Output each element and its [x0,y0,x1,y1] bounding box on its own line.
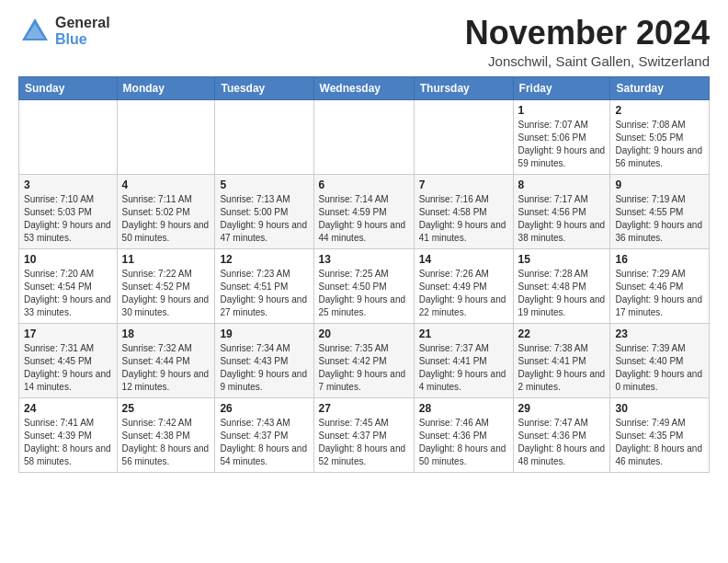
table-row: 29Sunrise: 7:47 AMSunset: 4:36 PMDayligh… [513,397,610,472]
header: General Blue November 2024 Jonschwil, Sa… [18,15,710,69]
day-info: Sunrise: 7:22 AMSunset: 4:52 PMDaylight:… [122,268,210,319]
calendar-week-row: 10Sunrise: 7:20 AMSunset: 4:54 PMDayligh… [19,248,710,323]
table-row: 30Sunrise: 7:49 AMSunset: 4:35 PMDayligh… [610,397,710,472]
table-row: 1Sunrise: 7:07 AMSunset: 5:06 PMDaylight… [513,99,610,174]
header-monday: Monday [117,76,215,99]
day-number: 2 [615,104,704,117]
day-info: Sunrise: 7:07 AMSunset: 5:06 PMDaylight:… [518,119,606,170]
day-number: 7 [419,178,508,191]
calendar-header-row: Sunday Monday Tuesday Wednesday Thursday… [19,76,710,99]
day-number: 30 [615,402,704,415]
day-number: 10 [24,253,112,266]
table-row: 27Sunrise: 7:45 AMSunset: 4:37 PMDayligh… [313,397,414,472]
header-wednesday: Wednesday [313,76,414,99]
logo-icon [18,15,51,48]
day-number: 3 [24,178,112,191]
day-info: Sunrise: 7:17 AMSunset: 4:56 PMDaylight:… [518,193,606,245]
header-tuesday: Tuesday [215,76,313,99]
table-row: 17Sunrise: 7:31 AMSunset: 4:45 PMDayligh… [19,323,118,397]
calendar-week-row: 17Sunrise: 7:31 AMSunset: 4:45 PMDayligh… [19,323,710,397]
day-number: 15 [518,253,606,266]
page: General Blue November 2024 Jonschwil, Sa… [0,0,728,488]
day-info: Sunrise: 7:19 AMSunset: 4:55 PMDaylight:… [615,193,704,245]
table-row: 24Sunrise: 7:41 AMSunset: 4:39 PMDayligh… [19,397,118,472]
header-saturday: Saturday [610,76,710,99]
day-info: Sunrise: 7:45 AMSunset: 4:37 PMDaylight:… [319,417,409,468]
table-row: 25Sunrise: 7:42 AMSunset: 4:38 PMDayligh… [117,397,215,472]
day-number: 24 [24,402,112,415]
calendar-week-row: 1Sunrise: 7:07 AMSunset: 5:06 PMDaylight… [19,99,710,174]
day-info: Sunrise: 7:42 AMSunset: 4:38 PMDaylight:… [122,417,210,468]
table-row: 7Sunrise: 7:16 AMSunset: 4:58 PMDaylight… [414,174,513,248]
table-row: 11Sunrise: 7:22 AMSunset: 4:52 PMDayligh… [117,248,215,323]
day-number: 8 [518,178,606,191]
table-row: 20Sunrise: 7:35 AMSunset: 4:42 PMDayligh… [313,323,414,397]
day-number: 4 [122,178,210,191]
calendar-week-row: 3Sunrise: 7:10 AMSunset: 5:03 PMDaylight… [19,174,710,248]
day-number: 25 [122,402,210,415]
day-info: Sunrise: 7:13 AMSunset: 5:00 PMDaylight:… [220,193,308,245]
day-info: Sunrise: 7:34 AMSunset: 4:43 PMDaylight:… [220,342,308,394]
day-number: 28 [419,402,508,415]
table-row [117,99,215,174]
table-row [19,99,118,174]
day-number: 27 [319,402,409,415]
day-number: 14 [419,253,508,266]
table-row: 21Sunrise: 7:37 AMSunset: 4:41 PMDayligh… [414,323,513,397]
day-info: Sunrise: 7:14 AMSunset: 4:59 PMDaylight:… [319,193,409,245]
calendar-week-row: 24Sunrise: 7:41 AMSunset: 4:39 PMDayligh… [19,397,710,472]
day-number: 13 [319,253,409,266]
table-row: 4Sunrise: 7:11 AMSunset: 5:02 PMDaylight… [117,174,215,248]
table-row: 5Sunrise: 7:13 AMSunset: 5:00 PMDaylight… [215,174,313,248]
logo-blue: Blue [55,31,110,48]
table-row: 3Sunrise: 7:10 AMSunset: 5:03 PMDaylight… [19,174,118,248]
day-info: Sunrise: 7:32 AMSunset: 4:44 PMDaylight:… [122,342,210,394]
table-row: 6Sunrise: 7:14 AMSunset: 4:59 PMDaylight… [313,174,414,248]
day-info: Sunrise: 7:38 AMSunset: 4:41 PMDaylight:… [518,342,606,394]
day-number: 18 [122,327,210,340]
day-info: Sunrise: 7:11 AMSunset: 5:02 PMDaylight:… [122,193,210,245]
day-number: 19 [220,327,308,340]
table-row: 26Sunrise: 7:43 AMSunset: 4:37 PMDayligh… [215,397,313,472]
calendar-table: Sunday Monday Tuesday Wednesday Thursday… [18,76,710,473]
day-number: 26 [220,402,308,415]
header-thursday: Thursday [414,76,513,99]
header-sunday: Sunday [19,76,118,99]
logo: General Blue [18,15,110,48]
day-info: Sunrise: 7:49 AMSunset: 4:35 PMDaylight:… [615,417,704,468]
header-friday: Friday [513,76,610,99]
table-row [215,99,313,174]
day-info: Sunrise: 7:43 AMSunset: 4:37 PMDaylight:… [220,417,308,468]
day-number: 23 [615,327,704,340]
day-info: Sunrise: 7:41 AMSunset: 4:39 PMDaylight:… [24,417,112,468]
day-number: 16 [615,253,704,266]
day-info: Sunrise: 7:46 AMSunset: 4:36 PMDaylight:… [419,417,508,468]
day-info: Sunrise: 7:29 AMSunset: 4:46 PMDaylight:… [615,268,704,319]
day-info: Sunrise: 7:25 AMSunset: 4:50 PMDaylight:… [319,268,409,319]
day-number: 20 [319,327,409,340]
day-number: 11 [122,253,210,266]
day-info: Sunrise: 7:47 AMSunset: 4:36 PMDaylight:… [518,417,606,468]
day-number: 6 [319,178,409,191]
day-number: 9 [615,178,704,191]
day-number: 12 [220,253,308,266]
table-row: 10Sunrise: 7:20 AMSunset: 4:54 PMDayligh… [19,248,118,323]
location-title: Jonschwil, Saint Gallen, Switzerland [465,53,710,69]
day-info: Sunrise: 7:39 AMSunset: 4:40 PMDaylight:… [615,342,704,394]
day-info: Sunrise: 7:37 AMSunset: 4:41 PMDaylight:… [419,342,508,394]
table-row: 9Sunrise: 7:19 AMSunset: 4:55 PMDaylight… [610,174,710,248]
table-row: 14Sunrise: 7:26 AMSunset: 4:49 PMDayligh… [414,248,513,323]
day-number: 1 [518,104,606,117]
day-info: Sunrise: 7:23 AMSunset: 4:51 PMDaylight:… [220,268,308,319]
day-number: 22 [518,327,606,340]
table-row: 28Sunrise: 7:46 AMSunset: 4:36 PMDayligh… [414,397,513,472]
day-number: 5 [220,178,308,191]
table-row: 19Sunrise: 7:34 AMSunset: 4:43 PMDayligh… [215,323,313,397]
logo-text: General Blue [55,15,110,47]
table-row: 23Sunrise: 7:39 AMSunset: 4:40 PMDayligh… [610,323,710,397]
day-info: Sunrise: 7:35 AMSunset: 4:42 PMDaylight:… [319,342,409,394]
day-number: 29 [518,402,606,415]
table-row: 8Sunrise: 7:17 AMSunset: 4:56 PMDaylight… [513,174,610,248]
day-info: Sunrise: 7:16 AMSunset: 4:58 PMDaylight:… [419,193,508,245]
day-info: Sunrise: 7:10 AMSunset: 5:03 PMDaylight:… [24,193,112,245]
